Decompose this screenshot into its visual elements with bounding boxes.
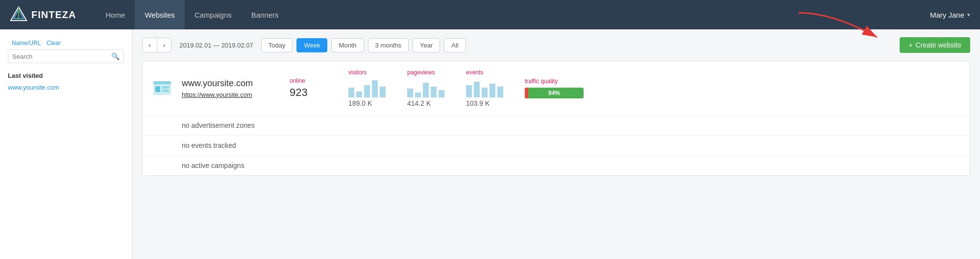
site-name: www.yoursite.com [182,78,280,89]
visitors-chart [348,78,388,97]
visitors-value: 189.0 K [348,99,372,107]
nav-links: Home Websites Campaigns Banners [96,0,930,29]
last-visited-label: Last visited [8,72,124,79]
svg-rect-13 [380,87,386,97]
period-all-button[interactable]: All [444,38,466,52]
events-label: events [466,69,483,76]
search-input[interactable] [12,53,108,60]
svg-rect-23 [497,87,503,97]
period-month-button[interactable]: Month [331,38,364,52]
search-box[interactable]: 🔍 [8,49,124,63]
online-label: online [290,77,305,84]
website-row: www.yoursite.com https://www.yoursite.co… [143,61,970,116]
user-menu[interactable]: Mary Jane ▾ [930,11,970,19]
visitors-stat: visitors 189.0 K [348,69,397,107]
nav-websites[interactable]: Websites [135,0,184,29]
nav-banners[interactable]: Banners [242,0,289,29]
svg-rect-11 [364,85,370,97]
create-btn-label: Create website [916,41,961,49]
pageviews-value: 414.2 K [407,99,431,107]
site-url-link[interactable]: https://www.yoursite.com [182,91,252,98]
search-icon: 🔍 [111,52,120,60]
site-info: www.yoursite.com https://www.yoursite.co… [182,78,280,98]
prev-period-button[interactable]: ‹ [143,38,157,52]
period-today-button[interactable]: Today [261,38,293,52]
info-row-0: no advertisement zones [143,116,970,136]
events-stat: events 103.9 K [466,69,515,107]
svg-rect-16 [423,83,429,97]
create-website-button[interactable]: + Create website [900,37,970,53]
svg-rect-10 [356,92,362,97]
create-btn-icon: + [908,41,912,49]
svg-rect-14 [407,89,413,97]
main-content: ‹ › 2019.02.01 — 2019.02.07 Today Week M… [132,29,980,259]
user-name: Mary Jane [930,11,964,19]
logo[interactable]: FINTEZA [10,6,76,24]
svg-rect-15 [415,93,421,97]
online-stat: online 923 [290,77,339,99]
svg-rect-21 [482,88,488,97]
toolbar: ‹ › 2019.02.01 — 2019.02.07 Today Week M… [142,37,970,53]
traffic-quality-label: traffic quality [525,78,584,85]
svg-rect-22 [490,84,495,97]
logo-text: FINTEZA [31,9,76,21]
info-row-2: no active campaigns [143,156,970,175]
svg-rect-8 [162,90,169,92]
website-card: www.yoursite.com https://www.yoursite.co… [142,61,970,176]
next-period-button[interactable]: › [157,38,172,52]
visitors-label: visitors [348,69,367,76]
pageviews-stat: pageviews 414.2 K [407,69,456,107]
svg-rect-7 [162,86,169,89]
navbar: FINTEZA Home Websites Campaigns Banners … [0,0,980,29]
svg-rect-6 [155,86,160,92]
clear-button[interactable]: Clear [47,40,61,47]
info-row-1: no events tracked [143,136,970,156]
nav-home[interactable]: Home [96,0,135,29]
traffic-quality-pct: 94% [525,88,584,98]
sidebar-name-url-label: Name/URL Clear [8,39,124,47]
user-chevron-icon: ▾ [967,12,970,18]
pageviews-chart [407,78,446,97]
layout: Name/URL Clear 🔍 Last visited www.yoursi… [0,29,980,259]
name-url-text: Name/URL [12,40,41,47]
events-value: 103.9 K [466,99,490,107]
svg-rect-12 [372,80,378,97]
svg-rect-9 [348,88,354,97]
pageviews-label: pageviews [407,69,435,76]
date-range: 2019.02.01 — 2019.02.07 [175,42,257,49]
svg-rect-19 [466,85,472,97]
date-nav: ‹ › [142,38,172,52]
nav-campaigns[interactable]: Campaigns [185,0,242,29]
last-visited-link[interactable]: www.yoursite.com [8,84,59,91]
finteza-logo-icon [10,6,27,24]
svg-rect-20 [474,82,480,97]
online-value: 923 [290,86,308,99]
sidebar: Name/URL Clear 🔍 Last visited www.yoursi… [0,29,132,259]
svg-rect-17 [431,87,437,97]
traffic-quality-bar: 94% [525,88,584,98]
svg-rect-5 [153,81,171,84]
events-chart [466,78,505,97]
site-icon [152,78,172,98]
period-3months-button[interactable]: 3 months [368,38,409,52]
svg-rect-18 [439,90,444,97]
period-week-button[interactable]: Week [296,38,327,52]
traffic-quality-stat: traffic quality 94% [525,78,584,98]
period-year-button[interactable]: Year [413,38,440,52]
